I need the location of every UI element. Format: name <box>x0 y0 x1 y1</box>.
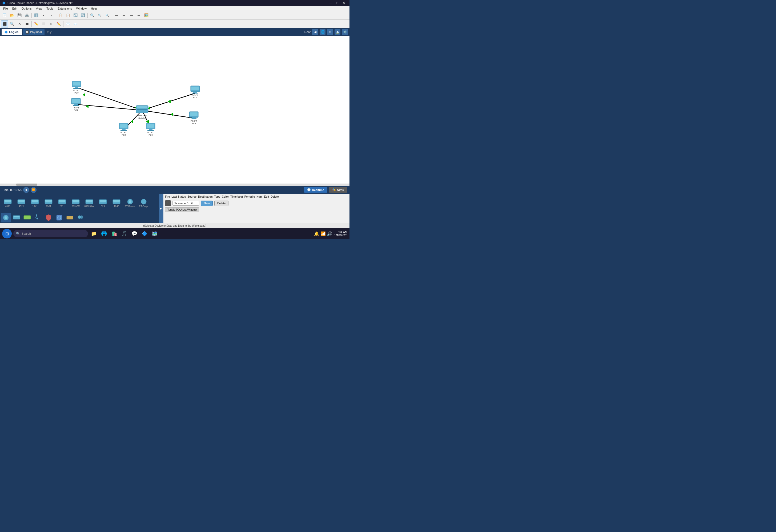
pc0-node[interactable]: PC-PT PC0 <box>72 81 81 94</box>
search-btn[interactable]: 🔍 <box>9 20 15 27</box>
delete-scenario-btn[interactable]: Delete <box>214 201 229 206</box>
toggle-pdu-btn[interactable]: Toggle PDU List Window <box>165 207 199 212</box>
pdu-complex-btn[interactable]: ✉️ <box>72 20 79 27</box>
menu-edit[interactable]: Edit <box>10 6 19 11</box>
h-scrollbar[interactable] <box>0 184 350 186</box>
pc2-node[interactable]: PC-PT PC2 <box>119 123 128 136</box>
btn3[interactable]: ▪ <box>48 12 55 19</box>
realtime-btn[interactable]: 🕐 Realtime <box>304 187 327 193</box>
svg-rect-35 <box>122 129 126 130</box>
new-btn[interactable]: 📄 <box>1 12 8 19</box>
resize-btn[interactable]: ⬛ <box>23 20 30 27</box>
device-pt-empt[interactable]: PT-Empt <box>137 199 150 208</box>
screenshot-btn[interactable]: 🖼️ <box>143 12 150 19</box>
network-btn[interactable]: ⊕ <box>327 29 333 35</box>
menu-options[interactable]: Options <box>19 6 34 11</box>
cat-multiuser[interactable] <box>76 213 85 222</box>
new-scenario-btn[interactable]: New <box>201 201 213 206</box>
workspace[interactable]: 2960-24TT Switch0 PC-PT PC0 PC-PT PC1 <box>0 36 350 186</box>
settings-btn[interactable]: ⚙️ <box>342 29 348 35</box>
undo-btn[interactable]: ↩️ <box>72 12 79 19</box>
simu-btn[interactable]: 🎭 Simu <box>329 187 347 193</box>
cat-switches[interactable] <box>12 213 21 222</box>
taskbar-edge[interactable]: 🌐 <box>100 229 108 238</box>
cat-wan[interactable] <box>54 213 64 222</box>
cat-hubs[interactable] <box>22 213 32 222</box>
clock[interactable]: 5:34 AM 1/18/2025 <box>334 230 347 237</box>
menu-help[interactable]: Help <box>89 6 99 11</box>
device-4311[interactable]: 4311 <box>1 199 14 208</box>
cat-wireless[interactable] <box>33 213 43 222</box>
minimize-btn[interactable]: ─ <box>327 1 334 5</box>
globe-btn[interactable]: 🌐 <box>320 29 326 35</box>
device-819iox[interactable]: 819IOX <box>69 199 82 208</box>
start-btn[interactable]: ⊞ <box>2 229 12 238</box>
notification-area[interactable]: 🔔 📶 🔊 <box>314 231 332 236</box>
fast-forward-btn[interactable]: ⏩ <box>31 187 36 193</box>
svg-text:PC-PT: PC-PT <box>73 89 80 92</box>
print-btn[interactable]: 🖨️ <box>23 12 30 19</box>
draw-ellipse-btn[interactable]: ⬭ <box>48 20 55 27</box>
device-819hgw[interactable]: 819HGW <box>82 199 96 208</box>
cat-custom[interactable] <box>65 213 75 222</box>
device-1240[interactable]: 1240 <box>110 199 123 208</box>
landscape-btn[interactable]: 🏔️ <box>335 29 340 35</box>
svg-marker-10 <box>171 112 173 116</box>
pc3-node[interactable]: PC-PT PC3 <box>146 123 155 136</box>
device-829[interactable]: 829 <box>96 199 110 208</box>
switch-node[interactable]: 2960-24TT Switch0 <box>136 105 148 119</box>
taskbar-spotify[interactable]: 🎵 <box>120 229 129 238</box>
draw-rect-btn[interactable]: ⬜ <box>40 20 47 27</box>
svg-rect-42 <box>147 130 154 131</box>
pc4-node[interactable]: PC-PT PC4 <box>189 111 198 125</box>
zoom-in-btn[interactable]: 🔍 <box>89 12 96 19</box>
paste-btn[interactable]: 📋 <box>64 12 71 19</box>
info-btn[interactable]: ℹ️ <box>33 12 40 19</box>
menu-window[interactable]: Window <box>74 6 89 11</box>
svg-rect-28 <box>72 99 80 103</box>
menu-view[interactable]: View <box>34 6 44 11</box>
zoom-out-btn[interactable]: 🔍 <box>104 12 111 19</box>
device-4321[interactable]: 4321 <box>15 199 28 208</box>
view4-btn[interactable]: ▬ <box>136 12 142 19</box>
maximize-btn[interactable]: □ <box>334 1 340 5</box>
expand-panel-btn[interactable]: ▶ <box>159 194 163 223</box>
btn2[interactable]: ▪ <box>40 12 47 19</box>
search-bar[interactable]: 🔍 Search <box>13 230 88 237</box>
device-1941[interactable]: 1941 <box>28 199 42 208</box>
open-btn[interactable]: 📂 <box>9 12 15 19</box>
draw-pencil-btn[interactable]: ✏️ <box>55 20 62 27</box>
redo-btn[interactable]: ↪️ <box>79 12 86 19</box>
close-btn[interactable]: ✕ <box>340 1 347 5</box>
tab-physical[interactable]: 🔲 Physical <box>23 29 45 35</box>
zoom-fit-btn[interactable]: 🔍 <box>96 12 103 19</box>
svg-text:PC3: PC3 <box>149 134 153 136</box>
save-btn[interactable]: 💾 <box>16 12 23 19</box>
device-pt-router[interactable]: PT-Router <box>124 199 137 208</box>
scenario-dropdown[interactable]: Scenario 0 ▼ <box>173 201 199 206</box>
pdu-simple-btn[interactable]: ✉️ <box>64 20 71 27</box>
pc5-node[interactable]: PC-PT PC5 <box>191 86 200 99</box>
taskbar-app1[interactable]: 💬 <box>130 229 139 238</box>
cat-security[interactable] <box>44 213 53 222</box>
menu-extensions[interactable]: Extensions <box>55 6 74 11</box>
delete-btn[interactable]: ✕ <box>16 20 23 27</box>
menu-file[interactable]: File <box>1 6 10 11</box>
view3-btn[interactable]: ▬ <box>128 12 135 19</box>
cat-routers[interactable] <box>1 213 11 222</box>
device-2911[interactable]: 2911 <box>55 199 69 208</box>
view1-btn[interactable]: ▬ <box>113 12 120 19</box>
copy-btn[interactable]: 📋 <box>57 12 64 19</box>
device-2901[interactable]: 2901 <box>42 199 55 208</box>
taskbar-app3[interactable]: 🗺️ <box>150 229 159 238</box>
draw-line-btn[interactable]: ✏️ <box>33 20 40 27</box>
tab-logical[interactable]: 🔷 Logical <box>2 29 22 35</box>
taskbar-app2[interactable]: 🔷 <box>140 229 149 238</box>
menu-tools[interactable]: Tools <box>44 6 55 11</box>
view2-btn[interactable]: ▬ <box>121 12 128 19</box>
taskbar-store[interactable]: 🛍️ <box>110 229 118 238</box>
select-btn[interactable]: ⬛ <box>1 20 8 27</box>
taskbar-file-explorer[interactable]: 📁 <box>89 229 98 238</box>
back-btn[interactable]: ◀ <box>312 29 318 35</box>
pause-btn[interactable]: ⏸ <box>23 187 29 193</box>
